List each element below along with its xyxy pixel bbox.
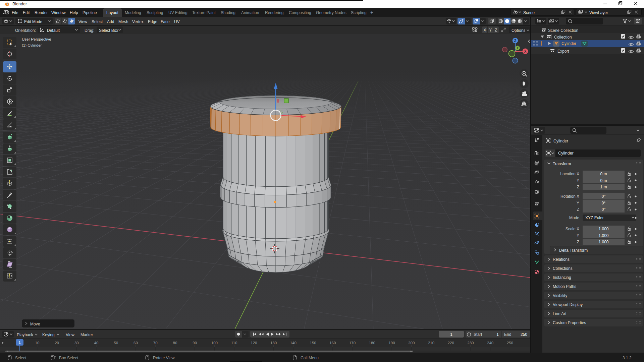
svg-text:240: 240 — [487, 341, 493, 345]
svg-text:170: 170 — [349, 341, 356, 345]
svg-text:20: 20 — [55, 341, 59, 345]
svg-text:120: 120 — [251, 341, 257, 345]
svg-text:90: 90 — [193, 341, 197, 345]
svg-text:Z: Z — [514, 39, 516, 43]
svg-text:200: 200 — [408, 341, 415, 345]
svg-text:140: 140 — [290, 341, 297, 345]
svg-text:230: 230 — [467, 341, 474, 345]
svg-text:60: 60 — [133, 341, 138, 345]
svg-text:40: 40 — [94, 341, 99, 345]
svg-text:100: 100 — [211, 341, 218, 345]
svg-text:160: 160 — [329, 341, 336, 345]
svg-text:180: 180 — [369, 341, 375, 345]
svg-text:70: 70 — [153, 341, 158, 345]
svg-text:220: 220 — [448, 341, 454, 345]
svg-text:80: 80 — [173, 341, 177, 345]
svg-text:250: 250 — [507, 341, 513, 345]
svg-text:150: 150 — [310, 341, 316, 345]
svg-text:210: 210 — [428, 341, 434, 345]
svg-text:190: 190 — [388, 341, 395, 345]
svg-text:X: X — [524, 50, 527, 53]
svg-text:50: 50 — [114, 341, 118, 345]
svg-text:10: 10 — [35, 341, 40, 345]
svg-text:Y: Y — [517, 46, 519, 50]
svg-text:130: 130 — [270, 341, 277, 345]
svg-text:110: 110 — [231, 341, 237, 345]
svg-text:30: 30 — [74, 341, 79, 345]
